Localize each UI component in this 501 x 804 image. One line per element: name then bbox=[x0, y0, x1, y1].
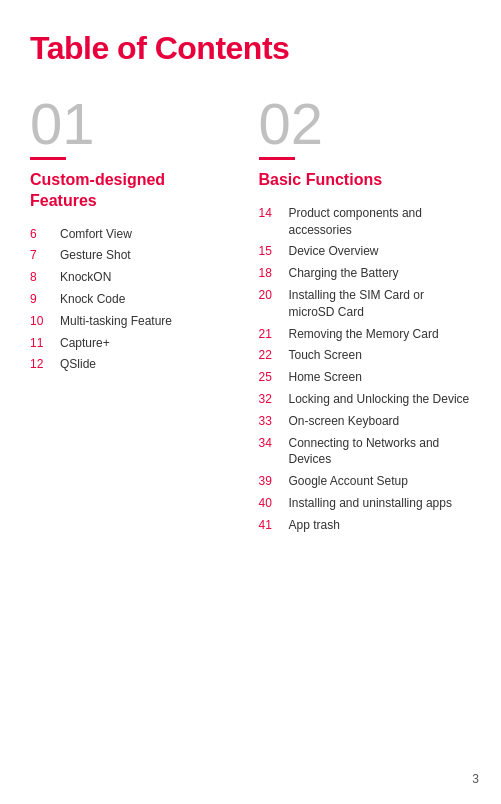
list-item: 8 KnockON bbox=[30, 269, 235, 286]
toc-item-number: 34 bbox=[259, 435, 289, 450]
toc-item-label: Google Account Setup bbox=[289, 473, 408, 490]
list-item: 14 Product components and accessories bbox=[259, 205, 472, 239]
toc-item-number: 8 bbox=[30, 269, 60, 284]
toc-item-number: 18 bbox=[259, 265, 289, 280]
toc-item-label: Device Overview bbox=[289, 243, 379, 260]
toc-item-number: 12 bbox=[30, 356, 60, 371]
page-title: Table of Contents bbox=[30, 30, 471, 67]
toc-item-label: Removing the Memory Card bbox=[289, 326, 439, 343]
toc-item-label: Installing the SIM Card or microSD Card bbox=[289, 287, 472, 321]
toc-item-label: Charging the Battery bbox=[289, 265, 399, 282]
toc-item-number: 15 bbox=[259, 243, 289, 258]
toc-item-label: Installing and uninstalling apps bbox=[289, 495, 452, 512]
toc-item-label: Home Screen bbox=[289, 369, 362, 386]
toc-item-label: On-screen Keyboard bbox=[289, 413, 400, 430]
section1-divider bbox=[30, 157, 66, 160]
toc-item-label: Gesture Shot bbox=[60, 247, 131, 264]
toc-item-number: 14 bbox=[259, 205, 289, 220]
toc-item-number: 32 bbox=[259, 391, 289, 406]
toc-item-label: KnockON bbox=[60, 269, 111, 286]
toc-item-number: 33 bbox=[259, 413, 289, 428]
list-item: 32 Locking and Unlocking the Device bbox=[259, 391, 472, 408]
toc-item-label: Locking and Unlocking the Device bbox=[289, 391, 470, 408]
list-item: 7 Gesture Shot bbox=[30, 247, 235, 264]
toc-item-number: 20 bbox=[259, 287, 289, 302]
toc-item-label: Comfort View bbox=[60, 226, 132, 243]
toc-item-number: 11 bbox=[30, 335, 60, 350]
toc-item-label: Touch Screen bbox=[289, 347, 362, 364]
toc-item-label: QSlide bbox=[60, 356, 96, 373]
list-item: 15 Device Overview bbox=[259, 243, 472, 260]
list-item: 18 Charging the Battery bbox=[259, 265, 472, 282]
list-item: 33 On-screen Keyboard bbox=[259, 413, 472, 430]
toc-item-number: 40 bbox=[259, 495, 289, 510]
list-item: 40 Installing and uninstalling apps bbox=[259, 495, 472, 512]
list-item: 41 App trash bbox=[259, 517, 472, 534]
columns: 01 Custom-designed Features 6 Comfort Vi… bbox=[30, 95, 471, 539]
list-item: 39 Google Account Setup bbox=[259, 473, 472, 490]
section1-number: 01 bbox=[30, 95, 235, 153]
section1-title: Custom-designed Features bbox=[30, 170, 235, 212]
list-item: 25 Home Screen bbox=[259, 369, 472, 386]
toc-item-number: 22 bbox=[259, 347, 289, 362]
toc-item-number: 39 bbox=[259, 473, 289, 488]
page-number: 3 bbox=[472, 772, 479, 786]
toc-item-number: 41 bbox=[259, 517, 289, 532]
section2-number: 02 bbox=[259, 95, 472, 153]
toc-item-number: 9 bbox=[30, 291, 60, 306]
toc-item-label: Multi-tasking Feature bbox=[60, 313, 172, 330]
list-item: 20 Installing the SIM Card or microSD Ca… bbox=[259, 287, 472, 321]
section2-divider bbox=[259, 157, 295, 160]
toc-item-label: App trash bbox=[289, 517, 340, 534]
toc-item-number: 10 bbox=[30, 313, 60, 328]
section1-list: 6 Comfort View 7 Gesture Shot 8 KnockON … bbox=[30, 226, 235, 374]
toc-item-number: 25 bbox=[259, 369, 289, 384]
toc-item-label: Connecting to Networks and Devices bbox=[289, 435, 472, 469]
toc-item-number: 21 bbox=[259, 326, 289, 341]
toc-item-number: 7 bbox=[30, 247, 60, 262]
toc-item-label: Product components and accessories bbox=[289, 205, 472, 239]
list-item: 9 Knock Code bbox=[30, 291, 235, 308]
list-item: 21 Removing the Memory Card bbox=[259, 326, 472, 343]
section1-column: 01 Custom-designed Features 6 Comfort Vi… bbox=[30, 95, 251, 539]
list-item: 6 Comfort View bbox=[30, 226, 235, 243]
list-item: 22 Touch Screen bbox=[259, 347, 472, 364]
list-item: 10 Multi-tasking Feature bbox=[30, 313, 235, 330]
section2-title: Basic Functions bbox=[259, 170, 472, 191]
toc-item-label: Knock Code bbox=[60, 291, 125, 308]
list-item: 11 Capture+ bbox=[30, 335, 235, 352]
section2-list: 14 Product components and accessories 15… bbox=[259, 205, 472, 534]
section2-column: 02 Basic Functions 14 Product components… bbox=[251, 95, 472, 539]
page: Table of Contents 01 Custom-designed Fea… bbox=[0, 0, 501, 804]
list-item: 34 Connecting to Networks and Devices bbox=[259, 435, 472, 469]
toc-item-label: Capture+ bbox=[60, 335, 110, 352]
toc-item-number: 6 bbox=[30, 226, 60, 241]
list-item: 12 QSlide bbox=[30, 356, 235, 373]
